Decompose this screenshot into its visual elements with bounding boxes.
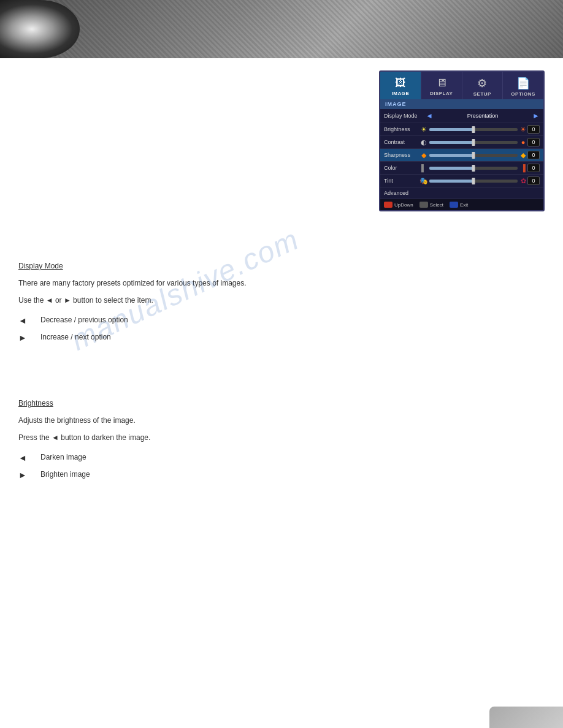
sharpness-slider[interactable]	[429, 154, 518, 157]
footer-updown: UpDown	[384, 202, 413, 208]
arrow-right-desc: ► Increase / next option	[31, 332, 313, 343]
select-icon	[419, 202, 428, 208]
image-tab-label: IMAGE	[383, 91, 418, 96]
contrast-row: Contrast ◐ ● 0	[380, 136, 543, 149]
sharpness-fill	[429, 154, 473, 157]
tint-thumb	[472, 178, 475, 184]
osd-menu: 🖼 IMAGE 🖥 DISPLAY ⚙ SETUP 📄 OPTIONS	[379, 70, 545, 211]
tint-value: 0	[527, 176, 540, 185]
tab-display[interactable]: 🖥 DISPLAY	[421, 72, 462, 99]
color-right-icon: ▐	[519, 164, 527, 172]
bottom-right-tab	[489, 707, 563, 728]
contrast-thumb	[472, 139, 475, 146]
brightness-row: Brightness ☀ ☀ 0	[380, 123, 543, 136]
brightness-right-icon: ☀	[519, 126, 527, 134]
display-mode-label: Display Mode	[384, 113, 426, 119]
nav-arrow-right-icon: ►	[18, 332, 27, 344]
arrow2-right-desc: ► Brighten image	[31, 469, 313, 480]
display-tab-label: DISPLAY	[424, 91, 459, 96]
color-value: 0	[527, 164, 540, 172]
text-content: Display Mode There are many factory pres…	[18, 260, 313, 480]
tab-image[interactable]: 🖼 IMAGE	[380, 72, 421, 99]
display-mode-arrow-left[interactable]: ◄	[426, 112, 433, 120]
brightness-left-icon: ☀	[419, 126, 428, 134]
display-mode-arrow-right[interactable]: ►	[532, 112, 540, 120]
tint-left-icon: 🎭	[419, 177, 428, 185]
tint-fill	[429, 180, 473, 183]
color-fill	[429, 167, 473, 170]
display-mode-row[interactable]: Display Mode ◄ Presentation ►	[380, 109, 543, 123]
updown-label: UpDown	[394, 202, 413, 208]
brightness-fill	[429, 128, 473, 131]
color-left-icon: ▌	[419, 164, 428, 172]
contrast-value: 0	[527, 138, 540, 146]
contrast-left-icon: ◐	[419, 138, 428, 146]
nav2-arrow-right-icon: ►	[18, 469, 27, 482]
color-slider[interactable]	[429, 167, 518, 170]
exit-label: Exit	[460, 202, 468, 208]
sharpness-right-icon: ◆	[519, 151, 527, 159]
footer-select: Select	[419, 202, 443, 208]
lens-graphic	[0, 0, 80, 58]
section2-text1: Adjusts the brightness of the image.	[18, 415, 313, 426]
updown-icon	[384, 202, 393, 208]
image-tab-icon: 🖼	[383, 77, 418, 89]
advanced-row[interactable]: Advanced	[380, 188, 543, 199]
exit-icon	[450, 202, 458, 208]
setup-tab-icon: ⚙	[465, 77, 500, 90]
arrow-left-desc: ◄ Decrease / previous option	[31, 314, 313, 325]
osd-menu-container: 🖼 IMAGE 🖥 DISPLAY ⚙ SETUP 📄 OPTIONS	[379, 70, 545, 211]
sharpness-value: 0	[527, 151, 540, 159]
osd-section-title: IMAGE	[380, 99, 543, 109]
brightness-slider[interactable]	[429, 128, 518, 131]
osd-footer: UpDown Select Exit	[380, 199, 543, 210]
setup-tab-label: SETUP	[465, 91, 500, 97]
contrast-label: Contrast	[384, 139, 419, 145]
section1: Display Mode There are many factory pres…	[18, 260, 313, 343]
section2-heading: Brightness	[18, 398, 313, 409]
arrow2-left-desc: ◄ Darken image	[31, 452, 313, 463]
tint-label: Tint	[384, 178, 419, 184]
select-label: Select	[430, 202, 443, 208]
contrast-right-icon: ●	[519, 138, 527, 146]
section1-text1: There are many factory presets optimized…	[18, 278, 313, 289]
sharpness-thumb	[472, 152, 475, 159]
sharpness-left-icon: ◆	[419, 151, 428, 159]
footer-exit: Exit	[450, 202, 468, 208]
section2: Brightness Adjusts the brightness of the…	[18, 398, 313, 480]
color-thumb	[472, 165, 475, 172]
nav2-arrow-left-icon: ◄	[18, 452, 27, 464]
tint-slider[interactable]	[429, 180, 518, 183]
nav-arrow-left-icon: ◄	[18, 314, 27, 327]
section1-text2: Use the ◄ or ► button to select the item…	[18, 295, 313, 306]
page-body: manualshive.com 🖼 IMAGE 🖥 DISPLAY ⚙ SETU…	[0, 58, 563, 523]
color-label: Color	[384, 165, 419, 171]
brightness-thumb	[472, 126, 475, 133]
sharpness-row: Sharpness ◆ ◆ 0	[380, 149, 543, 162]
osd-tab-bar: 🖼 IMAGE 🖥 DISPLAY ⚙ SETUP 📄 OPTIONS	[380, 72, 543, 99]
contrast-fill	[429, 141, 473, 144]
brightness-value: 0	[527, 125, 540, 134]
section2-text2: Press the ◄ button to darken the image.	[18, 432, 313, 443]
osd-body: IMAGE Display Mode ◄ Presentation ► Brig…	[380, 99, 543, 210]
tint-right-icon: ✿	[519, 177, 527, 185]
tint-row: Tint 🎭 ✿ 0	[380, 175, 543, 188]
display-mode-value: Presentation	[435, 113, 530, 119]
display-tab-icon: 🖥	[424, 77, 459, 89]
header-banner	[0, 0, 563, 58]
options-tab-icon: 📄	[505, 77, 541, 90]
advanced-label: Advanced	[384, 190, 408, 196]
color-row: Color ▌ ▐ 0	[380, 162, 543, 175]
sharpness-label: Sharpness	[384, 152, 419, 158]
brightness-label: Brightness	[384, 126, 419, 132]
section1-heading: Display Mode	[18, 260, 313, 271]
options-tab-label: OPTIONS	[505, 91, 541, 97]
tab-setup[interactable]: ⚙ SETUP	[462, 72, 504, 99]
contrast-slider[interactable]	[429, 141, 518, 144]
tab-options[interactable]: 📄 OPTIONS	[503, 72, 543, 99]
